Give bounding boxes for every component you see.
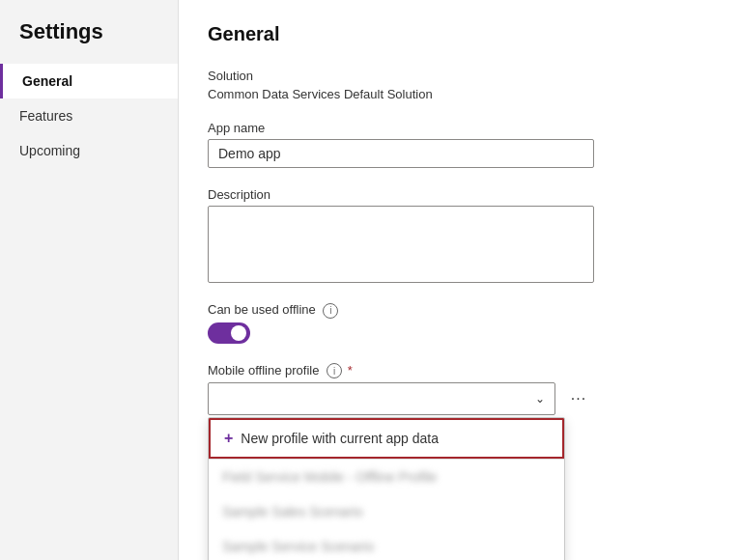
solution-value: Common Data Services Default Solution	[208, 87, 710, 101]
description-label: Description	[208, 187, 710, 202]
app-name-input[interactable]	[208, 139, 594, 168]
page-title: General	[208, 23, 710, 45]
app-name-field: App name	[208, 121, 710, 168]
description-field: Description	[208, 187, 710, 283]
sidebar-item-general[interactable]: General	[0, 64, 178, 98]
mobile-profile-field: Mobile offline profile i * ⌄ ··· + New p…	[208, 363, 710, 560]
description-input[interactable]	[208, 206, 594, 283]
blurred-item-1[interactable]: Field Service Mobile - Offline Profile	[209, 460, 564, 494]
dropdown-panel: + New profile with current app data Fiel…	[208, 417, 565, 560]
sidebar-item-features[interactable]: Features	[0, 98, 178, 133]
offline-label: Can be used offline i	[208, 302, 710, 319]
offline-info-icon[interactable]: i	[323, 303, 338, 319]
new-profile-item[interactable]: + New profile with current app data	[209, 418, 564, 459]
offline-toggle-container	[208, 322, 710, 344]
sidebar: Settings General Features Upcoming	[0, 0, 179, 560]
solution-field: Solution Common Data Services Default So…	[208, 69, 710, 101]
mobile-profile-info-icon[interactable]: i	[327, 363, 342, 378]
sidebar-item-upcoming[interactable]: Upcoming	[0, 133, 178, 168]
mobile-profile-dropdown-row: ⌄ ···	[208, 382, 594, 415]
mobile-profile-dropdown[interactable]: ⌄	[208, 382, 555, 415]
sidebar-title: Settings	[0, 19, 178, 64]
sidebar-item-upcoming-label: Upcoming	[19, 143, 80, 158]
dropdown-chevron-icon: ⌄	[535, 392, 545, 406]
app-name-label: App name	[208, 121, 710, 135]
mobile-profile-label: Mobile offline profile i *	[208, 363, 710, 379]
required-indicator: *	[348, 363, 353, 378]
solution-label: Solution	[208, 69, 710, 83]
offline-field: Can be used offline i	[208, 302, 710, 344]
new-profile-label: New profile with current app data	[241, 431, 439, 446]
blurred-item-3[interactable]: Sample Service Scenario	[209, 529, 564, 560]
main-content: General Solution Common Data Services De…	[179, 0, 739, 560]
blurred-item-2[interactable]: Sample Sales Scenario	[209, 494, 564, 529]
plus-icon: +	[224, 430, 233, 447]
offline-toggle[interactable]	[208, 322, 250, 344]
more-options-button[interactable]: ···	[563, 383, 594, 414]
sidebar-item-features-label: Features	[19, 108, 72, 124]
sidebar-item-general-label: General	[22, 73, 72, 89]
